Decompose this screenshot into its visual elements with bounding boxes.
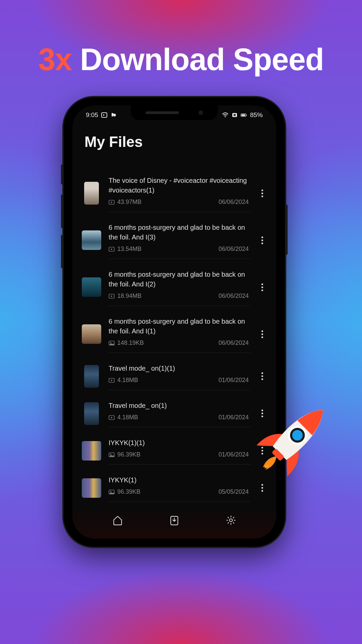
file-thumbnail[interactable]: [84, 365, 99, 388]
file-size: 4.18MB: [117, 414, 138, 421]
headline-rest: Download Speed: [72, 42, 324, 76]
file-thumbnail[interactable]: [82, 441, 101, 461]
more-options-button[interactable]: [257, 369, 267, 383]
file-thumbnail[interactable]: [84, 182, 99, 205]
file-body: IYKYK(1)(1)96.39KB01/06/2024: [109, 437, 250, 465]
headline-accent: 3x: [38, 42, 72, 76]
phone-side-button: [61, 164, 64, 184]
svg-rect-4: [241, 114, 245, 116]
file-date: 05/05/2024: [219, 488, 249, 495]
file-date: 01/06/2024: [219, 451, 249, 458]
svg-rect-5: [246, 114, 247, 115]
file-row[interactable]: 6 months post-surgery and glad to be bac…: [82, 264, 267, 311]
svg-point-16: [110, 491, 111, 492]
more-options-button[interactable]: [257, 280, 267, 294]
file-row[interactable]: Travel mode_ on(1)(1)4.18MB01/06/2024: [82, 358, 267, 395]
file-thumbnail[interactable]: [82, 277, 101, 297]
file-date: 01/06/2024: [219, 377, 249, 384]
more-options-button[interactable]: [257, 481, 267, 495]
file-meta: 4.18MB01/06/2024: [109, 377, 249, 384]
file-size: 148.19KB: [117, 339, 144, 346]
image-icon: [109, 490, 115, 494]
file-row[interactable]: Travel mode_ on(1)4.18MB01/06/2024: [82, 395, 267, 432]
nav-settings-button[interactable]: [224, 514, 238, 527]
nav-home-button[interactable]: [111, 514, 124, 527]
status-app-icon-2: [110, 112, 117, 118]
file-title: Travel mode_ on(1): [109, 401, 249, 411]
file-meta: 43.97MB06/06/2024: [109, 199, 249, 206]
more-options-button[interactable]: [257, 327, 267, 341]
file-body: 6 months post-surgery and glad to be bac…: [109, 268, 250, 306]
file-title: 6 months post-surgery and glad to be bac…: [109, 317, 249, 336]
video-icon: [109, 247, 115, 252]
file-meta: 4.18MB01/06/2024: [109, 414, 249, 421]
file-title: Travel mode_ on(1)(1): [109, 364, 249, 373]
image-icon: [109, 341, 115, 345]
file-size: 96.39KB: [117, 488, 140, 495]
phone-side-button: [61, 195, 64, 228]
file-date: 06/06/2024: [219, 339, 249, 346]
image-icon: [109, 452, 115, 457]
file-size: 43.97MB: [117, 199, 141, 206]
file-body: 6 months post-surgery and glad to be bac…: [109, 315, 250, 353]
svg-point-10: [110, 342, 111, 343]
video-icon: [109, 378, 115, 383]
file-meta: 18.94MB06/06/2024: [109, 292, 249, 300]
status-app-icon: [101, 112, 108, 118]
file-thumbnail[interactable]: [82, 230, 101, 250]
more-options-button[interactable]: [257, 233, 267, 248]
front-camera: [198, 110, 203, 115]
file-meta: 96.39KB01/06/2024: [109, 451, 249, 458]
more-options-button[interactable]: [257, 186, 267, 201]
file-thumbnail[interactable]: [82, 324, 101, 344]
file-thumbnail[interactable]: [82, 478, 101, 498]
file-body: Travel mode_ on(1)4.18MB01/06/2024: [109, 399, 250, 427]
file-date: 06/06/2024: [219, 199, 249, 206]
file-body: 6 months post-surgery and glad to be bac…: [109, 221, 250, 259]
status-battery-pct: 85%: [250, 111, 263, 119]
page-title: My Files: [72, 125, 276, 158]
file-title: 6 months post-surgery and glad to be bac…: [109, 270, 249, 289]
battery-icon: [241, 112, 247, 118]
phone-notch: [131, 105, 218, 120]
file-title: The voice of Disney - #voiceactor #voice…: [109, 176, 249, 195]
file-row[interactable]: IYKYK(1)(1)96.39KB01/06/2024: [82, 432, 267, 469]
nav-downloads-button[interactable]: [168, 514, 181, 527]
file-row[interactable]: 6 months post-surgery and glad to be bac…: [82, 217, 267, 264]
file-title: IYKYK(1)(1): [109, 438, 249, 448]
file-row[interactable]: IYKYK(1)96.39KB05/05/2024: [82, 469, 267, 505]
status-time: 9:05: [86, 111, 98, 119]
video-icon: [109, 415, 115, 420]
phone-screen: 9:05 85% My File: [72, 105, 276, 539]
file-size: 18.94MB: [117, 292, 141, 300]
file-size: 4.18MB: [117, 377, 138, 384]
phone-side-button: [61, 235, 64, 268]
svg-point-18: [230, 519, 233, 522]
file-body: IYKYK(1)96.39KB05/05/2024: [109, 474, 250, 502]
wifi-icon: [222, 112, 229, 118]
phone-side-button: [285, 205, 288, 255]
svg-point-14: [110, 453, 111, 454]
file-body: Travel mode_ on(1)(1)4.18MB01/06/2024: [109, 362, 250, 390]
file-body: The voice of Disney - #voiceactor #voice…: [109, 174, 250, 212]
speaker-grill: [145, 111, 179, 114]
video-icon: [109, 200, 115, 205]
file-list[interactable]: The voice of Disney - #voiceactor #voice…: [72, 158, 276, 505]
close-badge-icon: [231, 112, 238, 118]
headline: 3x Download Speed: [0, 42, 362, 77]
svg-point-1: [225, 117, 226, 117]
rocket-icon: [251, 394, 339, 481]
file-meta: 96.39KB05/05/2024: [109, 488, 249, 495]
file-size: 96.39KB: [117, 451, 140, 458]
file-title: IYKYK(1): [109, 475, 249, 485]
file-date: 06/06/2024: [219, 292, 249, 300]
file-meta: 148.19KB06/06/2024: [109, 339, 249, 346]
file-meta: 13.54MB06/06/2024: [109, 246, 249, 253]
file-row[interactable]: 6 months post-surgery and glad to be bac…: [82, 311, 267, 358]
file-row[interactable]: The voice of Disney - #voiceactor #voice…: [82, 170, 267, 217]
file-title: 6 months post-surgery and glad to be bac…: [109, 223, 249, 242]
file-date: 06/06/2024: [219, 246, 249, 253]
video-icon: [109, 294, 115, 299]
file-size: 13.54MB: [117, 246, 141, 253]
file-thumbnail[interactable]: [84, 402, 99, 425]
